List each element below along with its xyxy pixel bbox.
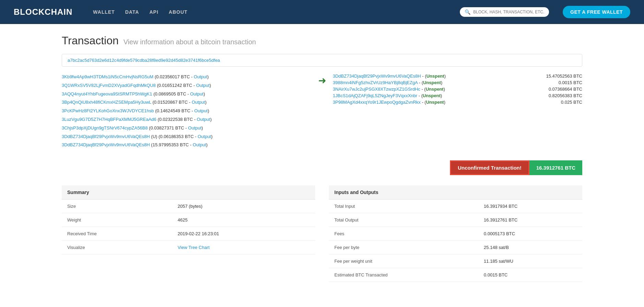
site-logo[interactable]: BLOCKCHAIN [14, 7, 72, 17]
total-btc-display: 16.3912761 BTC [529, 160, 582, 175]
io-value: 16.3912761 BTC [478, 213, 582, 227]
input-label: Output [196, 83, 210, 88]
tx-input-row: 3AQQ4nyut4YhbFugeova9StSRMTP5hWgK1 (0.08… [62, 91, 311, 98]
io-label: Total Output [329, 213, 478, 227]
main-content: Transaction View information about a bit… [0, 24, 644, 292]
tx-hash[interactable]: a7bc2ac5d763d2e6d12c4d9fde579cdba28f8ed9… [62, 54, 582, 67]
io-label: Fees [329, 227, 478, 241]
summary-label: Visualize [62, 241, 172, 254]
tx-input-row: 3Q1WRxSV5V82LjFvmD2XVyadGFqdhMkQU8 (0.01… [62, 82, 311, 89]
input-address[interactable]: 3LuzVgu9G7D5Z7H7HqBFPaXMMJ5GREaAd6 [62, 117, 156, 122]
input-address[interactable]: 3DdBZ734DjaqBf29PvjxWv9mvU6VaQEs8H [62, 134, 150, 139]
io-label: Estimated BTC Transacted [329, 268, 478, 282]
io-value: 11.185 sat/WU [478, 254, 582, 268]
input-amount: 0.02322538 BTC [159, 117, 193, 122]
page-title-area: Transaction View information about a bit… [62, 34, 582, 47]
input-label: Output [194, 74, 207, 79]
search-icon: 🔍 [465, 9, 470, 15]
output-address[interactable]: 3P98MAgXd4xxqYo9r1JEwpoQgdgaZvnRkx [333, 100, 421, 105]
io-value: 16.3917934 BTC [478, 200, 582, 213]
input-label: Output [192, 100, 205, 105]
search-box[interactable]: 🔍 [460, 7, 549, 17]
summary-title: Summary [62, 185, 315, 200]
tx-input-row: 3DdBZ734DjaqBf29PvjxWv9mvU6VaQEs8H (15.9… [62, 141, 311, 149]
tx-arrow: ➜ [318, 73, 326, 86]
input-amount: 0.01651242 BTC [158, 83, 192, 88]
io-label: Fee per byte [329, 241, 478, 254]
summary-label: Size [62, 200, 172, 213]
input-label: Output [190, 91, 203, 96]
input-amount: 0.06186353 BTC [160, 134, 194, 139]
tx-output-row: 3NAirXu7wJc2ujPSGX8XTzwzpXZ1GSrdHc - (Un… [333, 87, 583, 92]
tx-output-row: 3988mn4iNFg5zhvZVrUz9HaYBj8qBjEZgA - (Un… [333, 80, 583, 85]
tx-output-row: 3DdBZ734DjaqBf29PvjxWv9mvU6VaQEs8H - (Un… [333, 73, 583, 79]
tx-input-row: 3LuzVgu9G7D5Z7H7HqBFPaXMMJ5GREaAd6 (0.02… [62, 116, 311, 123]
tx-bottom-row: Unconfirmed Transaction! 16.3912761 BTC [62, 160, 582, 175]
unconfirmed-button[interactable]: Unconfirmed Transaction! [450, 160, 529, 175]
summary-row: Size2057 (bytes) [62, 200, 315, 213]
nav-links: WALLET DATA API ABOUT [93, 9, 446, 15]
page-title: Transaction [62, 34, 119, 47]
input-amount: 0.14624549 BTC [157, 108, 190, 113]
output-address[interactable]: 3NAirXu7wJc2ujPSGX8XTzwzpXZ1GSrdHc [333, 87, 420, 92]
nav-api[interactable]: API [150, 9, 158, 15]
tx-input-row: 3PcKPwHz8Ft2YLKohGoXnx3WJVDYCE1hsb (0.14… [62, 107, 311, 115]
output-status: Unspent [426, 73, 444, 79]
input-address[interactable]: 3ChjsP3dpXjDUgn9gTSNrV674cypZA56B8 [62, 125, 148, 130]
view-tree-chart-link[interactable]: View Tree Chart [178, 245, 210, 250]
tx-input-row: 3Bp4QnQiU8xh48fiCKmxHZSEMpa5Hy3uwL (0.01… [62, 99, 311, 106]
output-status: Unspent [423, 93, 441, 98]
input-label: Output [198, 134, 211, 139]
input-label: Output [193, 142, 206, 147]
navbar: BLOCKCHAIN WALLET DATA API ABOUT 🔍 GET A… [0, 0, 644, 24]
io-label: Fee per weight unit [329, 254, 478, 268]
tx-input-row: 3DdBZ734DjaqBf29PvjxWv9mvU6VaQEs8H (U) (… [62, 133, 311, 140]
io-row: Estimated BTC Transacted0.0015 BTC [329, 268, 582, 282]
tx-input-row: 3Kb9fw4Ap9wH3TDMs1iN5cCmHvjNsRG5uM (0.02… [62, 73, 311, 81]
tx-output-row: 3P98MAgXd4xxqYo9r1JEwpoQgdgaZvnRkx - (Un… [333, 100, 583, 105]
output-status: Unspent [426, 100, 444, 105]
input-address[interactable]: 3DdBZ734DjaqBf29PvjxWv9mvU6VaQEs8H [62, 142, 150, 147]
input-label: Output [197, 117, 210, 122]
io-row: Fee per byte25.148 sat/B [329, 241, 582, 254]
output-address[interactable]: 3988mn4iNFg5zhvZVrUz9HaYBj8qBjEZgA [333, 80, 418, 85]
input-address[interactable]: 3AQQ4nyut4YhbFugeova9StSRMTP5hWgK1 [62, 91, 152, 96]
output-status: Unspent [423, 80, 441, 85]
io-row: Total Output16.3912761 BTC [329, 213, 582, 227]
get-wallet-button[interactable]: GET A FREE WALLET [563, 6, 630, 18]
output-address[interactable]: 3DdBZ734DjaqBf29PvjxWv9mvU6VaQEs8H [333, 73, 421, 79]
output-amount: 15.47052563 BTC [527, 73, 582, 79]
output-amount: 0.025 BTC [527, 100, 582, 105]
input-address[interactable]: 3Q1WRxSV5V82LjFvmD2XVyadGFqdhMkQU8 [62, 83, 156, 88]
input-amount: 15.97995353 BTC [153, 142, 189, 147]
input-label: Output [188, 125, 202, 130]
input-address[interactable]: 3Kb9fw4Ap9wH3TDMs1iN5cCmHvjNsRG5uM [62, 74, 153, 79]
input-amount: 0.01520867 BTC [154, 100, 188, 105]
nav-about[interactable]: ABOUT [169, 9, 188, 15]
output-address[interactable]: 1JBcS1dAjQZAFj9qL5ZNgJeyF3VqxxXnbr [333, 93, 417, 98]
io-row: Total Input16.3917934 BTC [329, 200, 582, 213]
output-amount: 0.82056383 BTC [527, 93, 582, 98]
page-subtitle: View information about a bitcoin transac… [123, 38, 256, 46]
summary-value: 2057 (bytes) [172, 200, 315, 213]
input-address[interactable]: 3Bp4QnQiU8xh48fiCKmxHZSEMpa5Hy3uwL [62, 100, 151, 105]
io-label: Total Input [329, 200, 478, 213]
input-amount: 0.0869505 BTC [155, 91, 186, 96]
input-label: Output [194, 108, 208, 113]
search-input[interactable] [473, 10, 544, 14]
summary-label: Weight [62, 213, 172, 227]
io-value: 0.0015 BTC [478, 268, 582, 282]
input-address[interactable]: 3PcKPwHz8Ft2YLKohGoXnx3WJVDYCE1hsb [62, 108, 154, 113]
summary-row: VisualizeView Tree Chart [62, 241, 315, 254]
io-value: 0.0005173 BTC [478, 227, 582, 241]
nav-wallet[interactable]: WALLET [93, 9, 115, 15]
io-row: Fees0.0005173 BTC [329, 227, 582, 241]
summary-value[interactable]: View Tree Chart [172, 241, 315, 254]
tx-input-row: 3ChjsP3dpXjDUgn9gTSNrV674cypZA56B8 (0.03… [62, 125, 311, 132]
summary-row: Received Time2019-02-22 16:23:01 [62, 227, 315, 241]
tx-outputs-list: 3DdBZ734DjaqBf29PvjxWv9mvU6VaQEs8H - (Un… [333, 73, 583, 106]
tx-inputs-list: 3Kb9fw4Ap9wH3TDMs1iN5cCmHvjNsRG5uM (0.02… [62, 73, 311, 150]
summary-value: 4625 [172, 213, 315, 227]
nav-data[interactable]: DATA [125, 9, 139, 15]
input-amount: 0.02356017 BTC [156, 74, 190, 79]
